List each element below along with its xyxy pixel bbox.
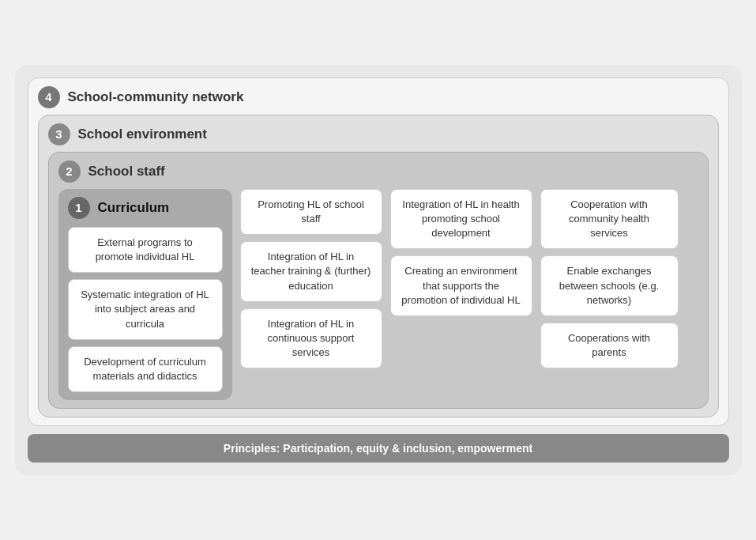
community-column: Cooperation with community health servic…	[540, 189, 679, 400]
layer-3-title: School environment	[78, 127, 207, 142]
layer-4-title: School-community network	[68, 89, 244, 105]
environment-column: Integration of HL in health promoting sc…	[390, 189, 532, 400]
layer-1-header: 1 Curriculum	[68, 197, 223, 219]
layer-4-header: 4 School-community network	[38, 86, 719, 108]
staff-card-1: Integration of HL in teacher training & …	[240, 241, 382, 302]
staff-column: Promoting HL of school staff Integration…	[240, 189, 382, 400]
layer-2: 2 School staff 1 Curriculum External pro…	[48, 152, 709, 409]
layer-2-header: 2 School staff	[58, 160, 698, 183]
community-card-2: Cooperations with parents	[540, 323, 679, 368]
layer-3: 3 School environment 2 School staff 1 Cu…	[38, 115, 719, 417]
staff-card-0: Promoting HL of school staff	[240, 189, 382, 235]
layer-4: 4 School-community network 3 School envi…	[28, 77, 729, 426]
main-diagram: 4 School-community network 3 School envi…	[15, 65, 742, 475]
environment-card-0: Integration of HL in health promoting sc…	[390, 189, 532, 250]
staff-card-2: Integration of HL in continuous support …	[240, 308, 382, 369]
community-card-0: Cooperation with community health servic…	[540, 189, 679, 250]
environment-card-1: Creating an environment that supports th…	[390, 255, 532, 316]
layer-1-number: 1	[68, 197, 90, 219]
curriculum-cards-column: External programs to promote individual …	[68, 227, 223, 392]
layer-3-number: 3	[48, 123, 70, 145]
content-wrapper: 1 Curriculum External programs to promot…	[58, 189, 698, 400]
layer-2-title: School staff	[88, 164, 165, 179]
layer-1-title: Curriculum	[98, 200, 170, 216]
principles-bar: Principles: Participation, equity & incl…	[28, 434, 729, 463]
layer-4-number: 4	[38, 86, 60, 108]
layer-2-number: 2	[58, 160, 81, 183]
curriculum-card-1: Systematic integration of HL into subjec…	[68, 279, 223, 340]
curriculum-card-0: External programs to promote individual …	[68, 227, 223, 273]
layer-3-header: 3 School environment	[48, 123, 709, 145]
curriculum-card-2: Development of curriculum materials and …	[68, 346, 223, 392]
curriculum-layer: 1 Curriculum External programs to promot…	[58, 189, 232, 400]
community-card-1: Enable exchanges between schools (e.g. n…	[540, 255, 679, 316]
